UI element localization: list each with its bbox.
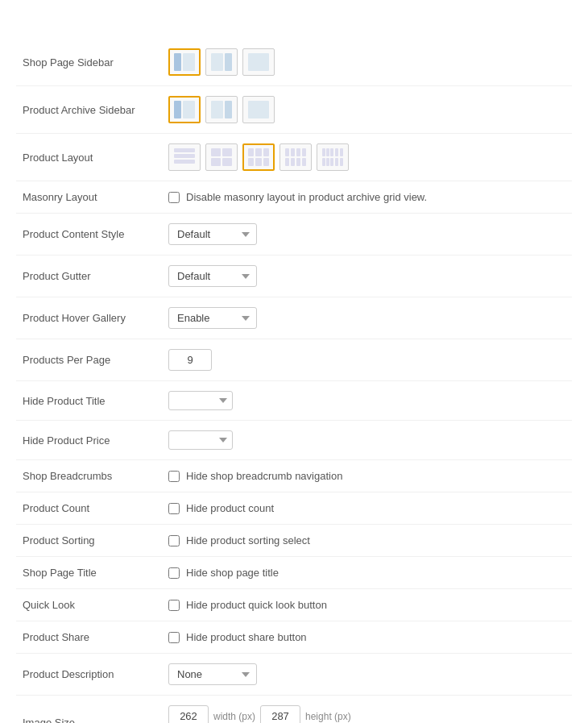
svg-rect-27 xyxy=(285,158,289,166)
small-select-hide-product-title[interactable]: YesNo xyxy=(168,391,233,410)
image-width-input[interactable] xyxy=(168,705,209,723)
label-shop-breadcrumbs: Shop Breadcrumbs xyxy=(16,460,165,492)
svg-rect-10 xyxy=(174,148,195,152)
row-product-hover-gallery: Product Hover GalleryEnableDisable xyxy=(16,297,572,339)
grid-2-btn[interactable] xyxy=(205,143,238,171)
svg-rect-35 xyxy=(340,148,343,156)
row-product-archive-sidebar: Product Archive Sidebar xyxy=(16,86,572,134)
checkbox-text-product-share: Hide product share button xyxy=(186,631,307,643)
checkbox-product-sorting[interactable] xyxy=(168,535,180,546)
settings-table: Shop Page Sidebar Product Archive Sideba… xyxy=(16,39,572,723)
label-masonry-layout: Masonry Layout xyxy=(16,181,165,214)
control-product-hover-gallery: EnableDisable xyxy=(165,297,572,339)
checkbox-label-shop-breadcrumbs[interactable]: Hide shop breadcrumb navigation xyxy=(168,470,565,482)
control-shop-page-title: Hide shop page title xyxy=(165,557,572,589)
svg-rect-39 xyxy=(335,158,338,166)
layout-options-shop-page-sidebar xyxy=(168,48,565,76)
checkbox-text-quick-look: Hide product quick look button xyxy=(186,599,327,611)
sidebar-left-btn[interactable] xyxy=(168,48,201,76)
select-product-gutter[interactable]: DefaultSmallMediumLarge xyxy=(168,265,257,287)
no-sidebar-btn[interactable] xyxy=(242,96,275,123)
control-product-share: Hide product share button xyxy=(165,621,572,654)
grid-4-btn[interactable] xyxy=(280,143,312,171)
checkbox-label-masonry-layout[interactable]: Disable masonry layout in product archiv… xyxy=(168,191,565,203)
svg-rect-7 xyxy=(211,101,223,118)
label-product-content-style: Product Content Style xyxy=(16,214,165,256)
small-select-hide-product-price[interactable]: YesNo xyxy=(168,430,233,450)
checkbox-label-product-share[interactable]: Hide product share button xyxy=(168,631,565,643)
grid-3-btn[interactable] xyxy=(242,143,275,171)
checkbox-masonry-layout[interactable] xyxy=(168,192,180,203)
checkbox-text-masonry-layout: Disable masonry layout in product archiv… xyxy=(186,191,427,203)
svg-rect-13 xyxy=(211,148,221,156)
svg-rect-5 xyxy=(174,101,181,118)
svg-rect-31 xyxy=(322,148,325,156)
image-size-row: width (px)height (px) xyxy=(168,705,565,723)
checkbox-label-product-count[interactable]: Hide product count xyxy=(168,502,565,514)
svg-rect-20 xyxy=(248,158,254,166)
svg-rect-15 xyxy=(211,158,221,166)
checkbox-product-count[interactable] xyxy=(168,503,180,514)
row-shop-page-sidebar: Shop Page Sidebar xyxy=(16,39,572,86)
svg-rect-1 xyxy=(183,53,195,71)
svg-rect-30 xyxy=(302,158,306,166)
checkbox-label-shop-page-title[interactable]: Hide shop page title xyxy=(168,567,565,579)
checkbox-text-product-count: Hide product count xyxy=(186,502,274,514)
svg-rect-14 xyxy=(222,148,232,156)
svg-rect-3 xyxy=(225,53,232,71)
svg-rect-34 xyxy=(335,148,338,156)
checkbox-product-share[interactable] xyxy=(168,632,180,643)
svg-rect-40 xyxy=(340,158,343,166)
checkbox-shop-breadcrumbs[interactable] xyxy=(168,471,180,482)
row-product-description: Product DescriptionNoneShortFull xyxy=(16,654,572,696)
control-image-size: width (px)height (px)Enter height = 0 to… xyxy=(165,696,572,724)
no-sidebar-btn[interactable] xyxy=(242,48,275,76)
control-shop-breadcrumbs: Hide shop breadcrumb navigation xyxy=(165,460,572,492)
sidebar-left-btn[interactable] xyxy=(168,96,201,123)
sidebar-right-btn[interactable] xyxy=(205,48,238,76)
label-product-description: Product Description xyxy=(16,654,165,696)
row-hide-product-price: Hide Product PriceYesNo xyxy=(16,421,572,460)
label-quick-look: Quick Look xyxy=(16,589,165,621)
control-quick-look: Hide product quick look button xyxy=(165,589,572,621)
image-height-input[interactable] xyxy=(260,705,300,723)
svg-rect-8 xyxy=(225,101,232,118)
svg-rect-0 xyxy=(174,53,181,71)
number-input-products-per-page[interactable] xyxy=(168,349,212,371)
control-product-archive-sidebar xyxy=(165,86,572,134)
svg-rect-28 xyxy=(291,158,295,166)
row-products-per-page: Products Per Page xyxy=(16,339,572,381)
control-shop-page-sidebar xyxy=(165,39,572,86)
control-products-per-page xyxy=(165,339,572,381)
control-product-sorting: Hide product sorting select xyxy=(165,525,572,557)
checkbox-shop-page-title[interactable] xyxy=(168,567,180,579)
grid-list-btn[interactable] xyxy=(168,143,201,171)
checkbox-label-quick-look[interactable]: Hide product quick look button xyxy=(168,599,565,611)
control-product-gutter: DefaultSmallMediumLarge xyxy=(165,256,572,297)
label-products-per-page: Products Per Page xyxy=(16,339,165,381)
select-product-description[interactable]: NoneShortFull xyxy=(168,663,257,685)
svg-rect-24 xyxy=(291,148,295,156)
label-product-count: Product Count xyxy=(16,492,165,525)
row-product-count: Product CountHide product count xyxy=(16,492,572,525)
label-product-hover-gallery: Product Hover Gallery xyxy=(16,297,165,339)
label-shop-page-title: Shop Page Title xyxy=(16,557,165,589)
svg-rect-25 xyxy=(296,148,300,156)
checkbox-text-product-sorting: Hide product sorting select xyxy=(186,534,310,546)
svg-rect-11 xyxy=(174,154,195,158)
height-label: height (px) xyxy=(305,711,351,722)
grid-5-btn[interactable] xyxy=(317,143,349,171)
svg-rect-4 xyxy=(248,53,269,71)
svg-rect-26 xyxy=(302,148,306,156)
checkbox-quick-look[interactable] xyxy=(168,600,180,611)
control-hide-product-price: YesNo xyxy=(165,421,572,460)
label-hide-product-title: Hide Product Title xyxy=(16,381,165,421)
svg-rect-29 xyxy=(296,158,300,166)
checkbox-label-product-sorting[interactable]: Hide product sorting select xyxy=(168,534,565,546)
label-product-share: Product Share xyxy=(16,621,165,654)
row-shop-breadcrumbs: Shop BreadcrumbsHide shop breadcrumb nav… xyxy=(16,460,572,492)
select-product-hover-gallery[interactable]: EnableDisable xyxy=(168,307,257,329)
svg-rect-18 xyxy=(255,148,262,156)
select-product-content-style[interactable]: DefaultStyle 1Style 2Style 3 xyxy=(168,223,257,245)
sidebar-right-btn[interactable] xyxy=(205,96,238,123)
